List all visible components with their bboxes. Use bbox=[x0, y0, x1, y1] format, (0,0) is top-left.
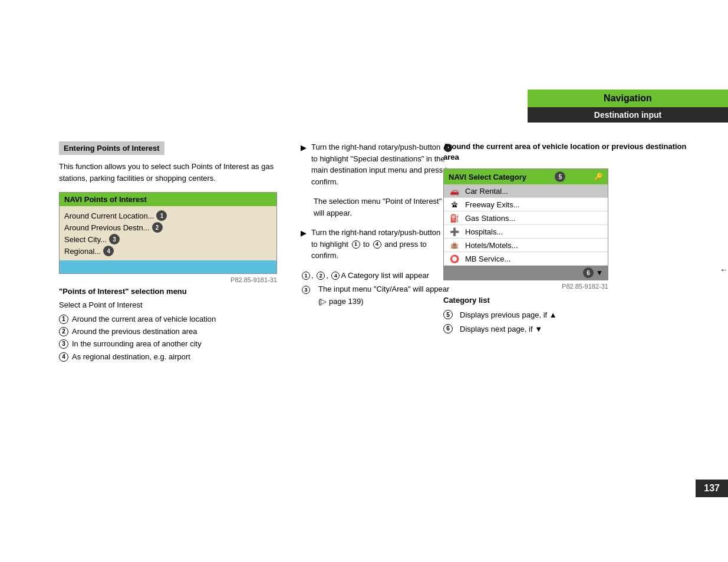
navi-row-hotels: 🏨 Hotels/Motels... bbox=[444, 239, 608, 252]
poi-menu-label: "Points of Interest" selection menu bbox=[59, 287, 277, 296]
footer-num-6: 6 bbox=[583, 267, 594, 278]
hospital-icon: ➕ bbox=[449, 227, 460, 236]
bullet-item-1: ▶ Turn the right-hand rotary/push-button… bbox=[301, 141, 454, 187]
list-item-3-text: In the surrounding area of another city bbox=[72, 339, 202, 349]
category-title: Category list bbox=[443, 296, 697, 305]
bullet-arrow-2: ▶ bbox=[301, 227, 307, 239]
sub-list: 1, 2, 4 A Category list will appear 3 Th… bbox=[301, 270, 454, 308]
page-number: 137 bbox=[696, 480, 728, 497]
header-key-icon: 🔑 bbox=[594, 173, 603, 181]
inline-num-1: 1 bbox=[352, 240, 360, 249]
poi-image-caption: P82.85-9181-31 bbox=[59, 276, 277, 283]
navi-row-car-rental: 🚗 Car Rental... bbox=[444, 184, 608, 198]
list-item-4: 4 As regional destination, e.g. airport bbox=[59, 352, 277, 362]
sub-num-3: 3 bbox=[301, 283, 318, 296]
bullet-arrow-1: ▶ bbox=[301, 142, 307, 154]
inline-4b: 4 bbox=[331, 272, 340, 280]
navi-poi-row-2: Around Previous Destn... 2 bbox=[64, 222, 272, 233]
section-heading: Entering Points of Interest bbox=[59, 141, 164, 155]
circle-6: 6 bbox=[443, 324, 453, 333]
sub-list-item-1: 1, 2, 4 A Category list will appear bbox=[301, 270, 454, 282]
dest-title: Destination input bbox=[528, 107, 728, 123]
mb-text: MB Service... bbox=[465, 254, 510, 263]
circle-3: 3 bbox=[59, 339, 68, 349]
navi-poi-body: Around Current Location... 1 Around Prev… bbox=[60, 206, 276, 260]
navi-poi-row-1-text: Around Current Location... bbox=[64, 211, 154, 220]
cat-item-6: 6 Displays next page, if ▼ bbox=[443, 323, 697, 335]
navi-select-box: NAVI Select Category 5 🔑 🚗 Car Rental...… bbox=[443, 168, 608, 280]
navi-poi-num-4: 4 bbox=[103, 246, 114, 256]
navi-poi-row-2-text: Around Previous Destn... bbox=[64, 223, 150, 232]
list-item-1-text: Around the current area of vehicle locat… bbox=[72, 314, 216, 325]
list-item-2: 2 Around the previous destination area bbox=[59, 326, 277, 337]
navi-poi-num-3: 3 bbox=[109, 234, 120, 244]
list-item-4-text: As regional destination, e.g. airport bbox=[72, 352, 190, 362]
navi-select-footer: 6 ▼ bbox=[444, 266, 608, 280]
sub-num-124: 1, 2, 4 bbox=[301, 270, 341, 282]
sub-list-item-2: 3 The input menu "City/Area" will appear… bbox=[301, 283, 454, 308]
circle-2: 2 bbox=[59, 327, 68, 336]
navi-row-gas: ⛽ Gas Stations... bbox=[444, 211, 608, 225]
navi-select-title: NAVI Select Category bbox=[449, 173, 526, 181]
nav-header: Navigation Destination input bbox=[528, 90, 728, 123]
navi-select-caption: P82.85-9182-31 bbox=[443, 283, 608, 290]
right-column: Around the current area of vehicle locat… bbox=[443, 141, 697, 337]
cat-item-5-text: Displays previous page, if ▲ bbox=[460, 309, 557, 321]
list-item-3: 3 In the surrounding area of another cit… bbox=[59, 339, 277, 349]
navi-row-freeway: 🛣 Freeway Exits... bbox=[444, 198, 608, 211]
navi-poi-num-1: 1 bbox=[156, 210, 167, 221]
bullet-1-text: Turn the right-hand rotary/push-button ●… bbox=[311, 141, 454, 187]
bullet-item-2: ▶ Turn the right-hand rotary/push-button… bbox=[301, 227, 454, 262]
left-column: Entering Points of Interest This functio… bbox=[59, 141, 277, 364]
navi-poi-title: NAVI Points of Interest bbox=[60, 193, 276, 206]
car-rental-icon: 🚗 bbox=[449, 186, 460, 196]
hotel-text: Hotels/Motels... bbox=[465, 241, 518, 250]
navi-row-mb: ⭕ MB Service... bbox=[444, 252, 608, 266]
gas-text: Gas Stations... bbox=[465, 214, 515, 223]
sub-item-2-text: The input menu "City/Area" will appear (… bbox=[318, 283, 454, 308]
freeway-text: Freeway Exits... bbox=[465, 200, 519, 209]
mid-arrow-icon bbox=[720, 265, 728, 275]
area-title: Around the current area of vehicle locat… bbox=[443, 141, 697, 163]
inline-2: 2 bbox=[317, 272, 325, 280]
hotel-icon: 🏨 bbox=[449, 240, 460, 250]
gas-icon: ⛽ bbox=[449, 213, 460, 223]
navi-poi-row-3: Select City... 3 bbox=[64, 233, 272, 245]
circle-5: 5 bbox=[443, 310, 453, 319]
bullet-1-followup: The selection menu "Point of Interest" w… bbox=[314, 196, 454, 219]
inline-3b: 3 bbox=[302, 286, 310, 294]
footer-down-arrow: ▼ bbox=[596, 269, 603, 277]
navi-poi-image-box: NAVI Points of Interest Around Current L… bbox=[59, 192, 277, 274]
inline-1: 1 bbox=[302, 272, 310, 280]
cat-item-6-text: Displays next page, if ▼ bbox=[460, 323, 542, 335]
navi-select-header: NAVI Select Category 5 🔑 bbox=[444, 169, 608, 184]
bullet-2-text: Turn the right-hand rotary/push-button ●… bbox=[311, 227, 454, 262]
hospital-text: Hospitals... bbox=[465, 227, 503, 236]
navi-poi-row-4: Regional... 4 bbox=[64, 245, 272, 257]
inline-num-4: 4 bbox=[373, 240, 381, 249]
navi-poi-footer bbox=[60, 260, 276, 273]
navi-select-num5: 5 bbox=[555, 171, 565, 182]
sub-item-1-text: A Category list will appear bbox=[341, 270, 429, 282]
intro-text: This function allows you to select such … bbox=[59, 161, 277, 184]
freeway-icon: 🛣 bbox=[449, 200, 460, 209]
navi-poi-row-3-text: Select City... bbox=[64, 235, 107, 244]
navi-poi-row-4-text: Regional... bbox=[64, 247, 101, 256]
cat-item-5: 5 Displays previous page, if ▲ bbox=[443, 309, 697, 321]
list-item-2-text: Around the previous destination area bbox=[72, 326, 197, 337]
navi-poi-num-2: 2 bbox=[152, 222, 163, 233]
nav-title: Navigation bbox=[528, 90, 728, 107]
navi-poi-row-1: Around Current Location... 1 bbox=[64, 210, 272, 222]
navi-row-hospitals: ➕ Hospitals... bbox=[444, 225, 608, 239]
mid-column: ▶ Turn the right-hand rotary/push-button… bbox=[301, 141, 454, 310]
poi-select-label: Select a Point of Interest bbox=[59, 300, 277, 309]
circle-4: 4 bbox=[59, 352, 68, 362]
car-rental-text: Car Rental... bbox=[465, 187, 508, 196]
list-item-1: 1 Around the current area of vehicle loc… bbox=[59, 314, 277, 325]
circle-1: 1 bbox=[59, 315, 68, 324]
mb-icon: ⭕ bbox=[449, 254, 460, 263]
